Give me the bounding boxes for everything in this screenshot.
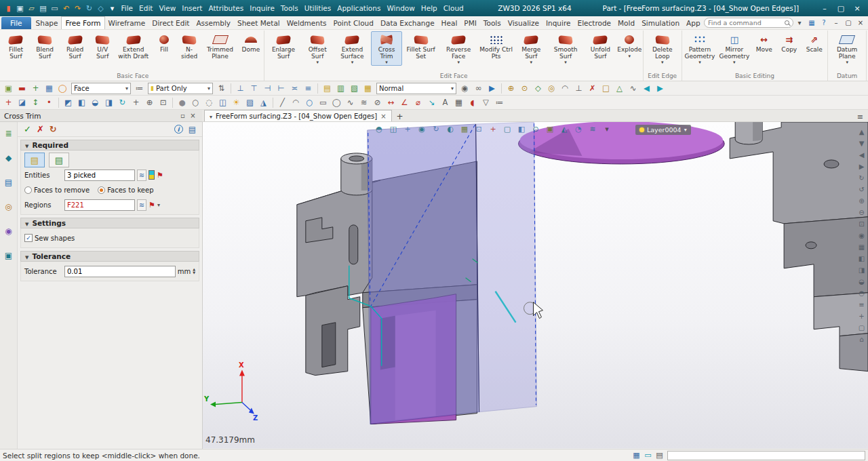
tab-menu-icon[interactable]	[210, 113, 212, 120]
tab-visualize[interactable]: Visualize	[505, 16, 542, 29]
snap-quad-icon[interactable]: ◎	[545, 82, 558, 94]
sheet-stack-icon[interactable]: ▧	[348, 82, 361, 94]
entity-filter-combo[interactable]: Face	[71, 83, 131, 94]
display-mode-combo[interactable]: Normal	[376, 83, 456, 94]
monitor-icon[interactable]: ▭	[642, 450, 654, 460]
circle-icon[interactable]: ○	[303, 96, 316, 108]
toolbar-more-icon[interactable]: ▾	[600, 123, 614, 134]
search-input[interactable]	[708, 19, 783, 26]
ribbon-pin-icon[interactable]: ▾	[793, 17, 806, 28]
trim-plane-side[interactable]	[476, 122, 537, 412]
tab-direct-edit[interactable]: Direct Edit	[149, 16, 193, 29]
list-icon[interactable]: ≡	[856, 300, 867, 309]
ellipse-icon[interactable]: ◯	[330, 96, 343, 108]
regions-flag-icon[interactable]	[149, 201, 155, 209]
arc-icon[interactable]: ◠	[290, 96, 302, 108]
pick-loop-icon[interactable]: ◯	[56, 82, 69, 94]
nav-down-icon[interactable]: ▼	[856, 139, 867, 148]
snap-curve-icon[interactable]: ∿	[627, 82, 639, 94]
center-icon[interactable]: ◉	[856, 231, 867, 240]
snap-grid-icon[interactable]: □	[599, 82, 612, 94]
app-logo-icon[interactable]: ▮	[3, 3, 14, 14]
view-top-icon[interactable]: ◒	[89, 96, 102, 108]
viewport[interactable]: X Y Z ◓◫+◉↻◐▦⊡+▢◧⊙▣◭◔≋▾ Layer0004 ▲▼◀▶↻↺…	[202, 122, 868, 449]
snap-center-icon[interactable]: ⊕	[505, 82, 517, 94]
entities-flag-icon[interactable]	[157, 171, 163, 180]
tab-shape[interactable]: Shape	[33, 16, 62, 29]
close-button[interactable]: ×	[849, 2, 865, 14]
tolerance-input[interactable]	[64, 266, 176, 277]
ucs-grid-icon[interactable]: ▦	[631, 450, 642, 460]
menu-applications[interactable]: Applications	[334, 4, 384, 12]
quarter-icon[interactable]: ◔	[572, 123, 585, 134]
snap-perp-icon[interactable]: ⊥	[572, 82, 585, 94]
tab-list-icon[interactable]	[854, 113, 866, 121]
menu-view[interactable]: View	[156, 4, 179, 12]
faces-to-keep-radio[interactable]	[98, 186, 105, 194]
tab-point-cloud[interactable]: Point Cloud	[330, 16, 376, 29]
frame-icon[interactable]: ▢	[500, 123, 514, 134]
3d-scene[interactable]: X Y Z	[203, 122, 868, 449]
manager-role-icon[interactable]: ▣	[5, 251, 12, 260]
cone-icon[interactable]: ◭	[557, 123, 571, 134]
doc-minimize-icon[interactable]: –	[830, 17, 842, 28]
play-icon[interactable]: ▶	[486, 82, 498, 94]
blend-surf-button[interactable]: Blend Surf	[30, 31, 60, 60]
pick-list-icon[interactable]: ▦	[43, 82, 56, 94]
tab-file[interactable]: File	[1, 17, 31, 29]
offset-curve-icon[interactable]: ≋	[357, 96, 370, 108]
panel-close-icon[interactable]	[188, 112, 198, 119]
entities-input[interactable]	[64, 169, 135, 181]
section-tolerance-header[interactable]: Tolerance	[20, 251, 199, 262]
half-view-icon[interactable]: ◧	[515, 123, 528, 134]
tab-pmi[interactable]: PMI	[460, 16, 480, 29]
menu-window[interactable]: Window	[384, 4, 418, 12]
ruled-surf-button[interactable]: Ruled Surf	[60, 31, 90, 60]
explode-button[interactable]: Explode	[617, 31, 642, 66]
line-icon[interactable]: ╱	[276, 96, 289, 108]
rotate-cw-icon[interactable]: ↻	[856, 174, 867, 182]
table-icon[interactable]: ▦	[361, 82, 374, 94]
merge-surf-button[interactable]: Merge Surf	[515, 31, 547, 66]
delete-loop-button[interactable]: Delete Loop	[644, 31, 681, 66]
hidden-line-icon[interactable]: ◌	[203, 96, 216, 108]
dim-angular-icon[interactable]: ∠	[398, 96, 411, 108]
trim-icon[interactable]: ⊘	[371, 96, 384, 108]
magnet-icon[interactable]: ◖	[466, 96, 479, 108]
manager-history-icon[interactable]: ≣	[5, 129, 12, 138]
new-sheet-icon[interactable]: ▤	[321, 82, 334, 94]
sheet-green-icon[interactable]: ▥	[334, 82, 347, 94]
tab-data-exchange[interactable]: Data Exchange	[377, 16, 438, 29]
snap-point-icon[interactable]: ⊙	[518, 82, 531, 94]
extend-with-draft-button[interactable]: Extend with Draft	[115, 31, 152, 60]
fillet-surf-button[interactable]: Fillet Surf	[2, 31, 30, 60]
view-orient-icon[interactable]: ◓	[372, 123, 386, 134]
snap-mid-icon[interactable]: ◇	[532, 82, 545, 94]
spin-icon[interactable]: ↻	[429, 123, 443, 134]
left-half-icon[interactable]: ◧	[856, 254, 867, 263]
axis-cross-icon[interactable]: +	[486, 123, 500, 134]
zoom-window-icon[interactable]: ⊡	[157, 96, 170, 108]
panel-float-icon[interactable]	[178, 112, 188, 119]
add-pick-icon[interactable]: +	[29, 82, 42, 94]
align-left-icon[interactable]: ⊣	[261, 82, 274, 94]
backdrop-icon[interactable]: ▨	[243, 96, 256, 108]
target-icon[interactable]: +	[401, 123, 414, 134]
zoom-window-icon[interactable]: ⊡	[856, 220, 867, 228]
tab-app[interactable]: App	[683, 16, 704, 29]
color-swatch[interactable]	[149, 170, 155, 180]
lock-icon[interactable]: ◉	[458, 82, 471, 94]
modify-ctrl-pts-button[interactable]: Modify Ctrl Pts	[477, 31, 515, 66]
fillet-surf-set-button[interactable]: Fillet Surf Set	[402, 31, 439, 66]
trim-plane-main[interactable]	[368, 124, 479, 424]
sphere-icon[interactable]: ◉	[415, 123, 429, 134]
tab-electrode[interactable]: Electrode	[574, 16, 615, 29]
save-all-icon[interactable]: ▤	[37, 3, 49, 14]
grid-icon[interactable]: ▦	[458, 123, 471, 134]
csys-icon[interactable]: +	[2, 96, 15, 108]
filter-icon[interactable]: ▽	[479, 96, 492, 108]
regions-input[interactable]	[64, 199, 135, 211]
grid-icon[interactable]: ▦	[856, 243, 867, 252]
minimize-button[interactable]: –	[816, 2, 833, 14]
open-file-icon[interactable]: ▱	[26, 3, 37, 14]
